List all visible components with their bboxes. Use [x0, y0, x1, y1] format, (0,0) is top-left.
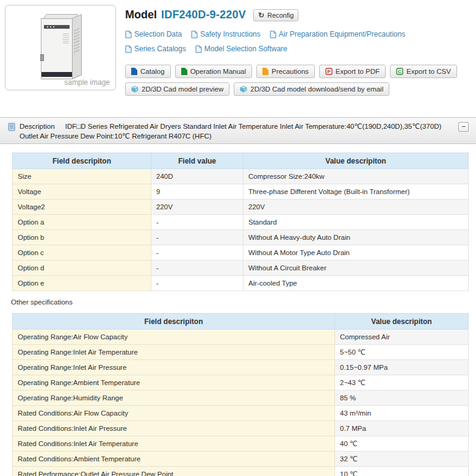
field-cell: Option c [13, 245, 151, 261]
table-row: Rated Conditions:Air Flow Capacity43 m³/… [13, 406, 469, 421]
document-links: Selection Data Safety Instructions Air P… [125, 28, 473, 57]
description-text: IDF□D Series Refrigerated Air Dryers Sta… [20, 123, 441, 140]
precautions-button[interactable]: Precautions [256, 65, 315, 78]
air-dryer-illustration [41, 14, 84, 81]
table-row: Operating Range:Inlet Air Temperature5~5… [13, 345, 469, 360]
table-row: Voltage2220V220V [13, 200, 469, 215]
link-series-catalogs[interactable]: Series Catalogs [125, 43, 186, 56]
value-cell: Without A Heavy-duty Auto Drain [243, 230, 469, 245]
document-icon [125, 31, 132, 38]
pdf-icon: P [325, 68, 333, 75]
value-cell: Standard [243, 215, 469, 230]
field-cell: Rated Conditions:Inlet Air Pressure [13, 421, 335, 436]
file-icon [131, 68, 137, 75]
door-handle [40, 54, 44, 61]
field-cell: Option d [13, 261, 151, 276]
document-icon [195, 45, 202, 53]
description-label: Description [20, 123, 55, 130]
link-air-preparation[interactable]: Air Preparation Equipment/Precautions [270, 28, 405, 41]
table-row: Operating Range:Air Flow CapacityCompres… [13, 330, 469, 345]
field-cell: Rated Performance:Outlet Air Pressure De… [13, 467, 335, 476]
field-cell: Operating Range:Inlet Air Temperature [13, 345, 335, 360]
header-area: Model IDF240D-9-220V ↻ Reconfig Selectio… [125, 9, 473, 96]
model-label: Model [125, 9, 157, 21]
csv-icon: C [396, 68, 403, 75]
value-cell: - [151, 245, 243, 261]
table-row: Rated Performance:Outlet Air Pressure De… [13, 467, 469, 476]
action-buttons-row: Catalog Operation Manual Precautions P E… [125, 65, 473, 78]
column-header: Value descripiton [243, 153, 469, 169]
value-cell: Without A Circuit Breaker [243, 261, 469, 276]
value-cell: 220V [151, 200, 243, 215]
table-row: Size240DCompressor Size:240kw [13, 169, 469, 184]
product-spec-page: sample image Model IDF240D-9-220V ↻ Reco… [0, 0, 476, 476]
value-cell: 43 m³/min [335, 406, 469, 421]
column-header: Field descripiton [13, 153, 151, 169]
reconfig-button[interactable]: ↻ Reconfig [253, 9, 298, 21]
export-csv-button[interactable]: C Export to CSV [390, 65, 457, 78]
svg-text:P: P [327, 69, 331, 74]
other-specs-title: Other specifications [11, 298, 73, 306]
spec-table-header-row: Field descripiton Field value Value desc… [13, 153, 469, 169]
field-cell: Option b [13, 230, 151, 245]
field-cell: Operating Range:Ambient Temperature [13, 375, 335, 391]
spec-table: Field descripiton Field value Value desc… [12, 153, 469, 291]
value-cell: - [151, 215, 243, 230]
column-header: Field descripiton [13, 314, 335, 330]
value-cell: 40 ℃ [335, 436, 469, 452]
operation-manual-button[interactable]: Operation Manual [175, 65, 252, 78]
table-row: Operating Range:Humidity Range85 % [13, 391, 469, 406]
field-cell: Size [13, 169, 151, 184]
field-cell: Operating Range:Humidity Range [13, 391, 335, 406]
collapse-button[interactable]: − [458, 122, 469, 132]
export-pdf-button[interactable]: P Export to PDF [319, 65, 386, 78]
other-specs-header-row: Field descripiton Value descripiton [13, 314, 469, 330]
value-cell: 5~50 ℃ [335, 345, 469, 360]
field-cell: Option e [13, 276, 151, 291]
table-row: Option c-Without A Motor Type Auto Drain [13, 245, 469, 261]
link-model-selection-software[interactable]: Model Selection Software [195, 43, 287, 56]
value-cell: 85 % [335, 391, 469, 406]
value-cell: 9 [151, 184, 243, 200]
file-icon [181, 68, 187, 75]
file-icon [262, 68, 269, 75]
column-header: Value descripiton [335, 314, 469, 330]
value-cell: 0.15~0.97 MPa [335, 360, 469, 375]
value-cell: 32 ℃ [335, 452, 469, 467]
other-specs-table: Field descripiton Value descripiton Oper… [12, 313, 469, 476]
catalog-button[interactable]: Catalog [125, 65, 171, 78]
description-bar: Description IDF□D Series Refrigerated Ai… [0, 117, 476, 144]
value-cell: Air-cooled Type [243, 276, 469, 291]
field-cell: Option a [13, 215, 151, 230]
link-selection-data[interactable]: Selection Data [125, 28, 182, 41]
value-cell: Three-phase Different Voltage (Built-in … [243, 184, 469, 200]
cad-preview-button[interactable]: 2D/3D Cad model preview [125, 82, 229, 96]
document-icon [191, 31, 198, 38]
table-row: Option e-Air-cooled Type [13, 276, 469, 291]
cube-icon [240, 85, 247, 93]
value-cell: 10 ℃ [335, 467, 469, 476]
table-row: Rated Conditions:Inlet Air Temperature40… [13, 436, 469, 452]
value-cell: Without A Motor Type Auto Drain [243, 245, 469, 261]
table-row: Rated Conditions:Inlet Air Pressure0.7 M… [13, 421, 469, 436]
link-safety-instructions[interactable]: Safety Instructions [191, 28, 261, 41]
field-cell: Voltage [13, 184, 151, 200]
value-cell: 2~43 ℃ [335, 375, 469, 391]
value-cell: Compressed Air [335, 330, 469, 345]
svg-text:C: C [398, 69, 402, 74]
document-icon [125, 45, 132, 53]
value-cell: 0.7 MPa [335, 421, 469, 436]
table-row: Operating Range:Inlet Air Pressure0.15~0… [13, 360, 469, 375]
field-cell: Rated Conditions:Air Flow Capacity [13, 406, 335, 421]
field-cell: Rated Conditions:Ambient Temperature [13, 452, 335, 467]
table-row: Option d-Without A Circuit Breaker [13, 261, 469, 276]
value-cell: 220V [243, 200, 469, 215]
table-row: Option b-Without A Heavy-duty Auto Drain [13, 230, 469, 245]
table-row: Option a-Standard [13, 215, 469, 230]
value-cell: Compressor Size:240kw [243, 169, 469, 184]
product-image-box: sample image [5, 5, 116, 90]
field-cell: Voltage2 [13, 200, 151, 215]
vent-lines [74, 28, 79, 55]
field-cell: Operating Range:Air Flow Capacity [13, 330, 335, 345]
cad-download-button[interactable]: 2D/3D Cad model download/send by email [234, 82, 389, 96]
